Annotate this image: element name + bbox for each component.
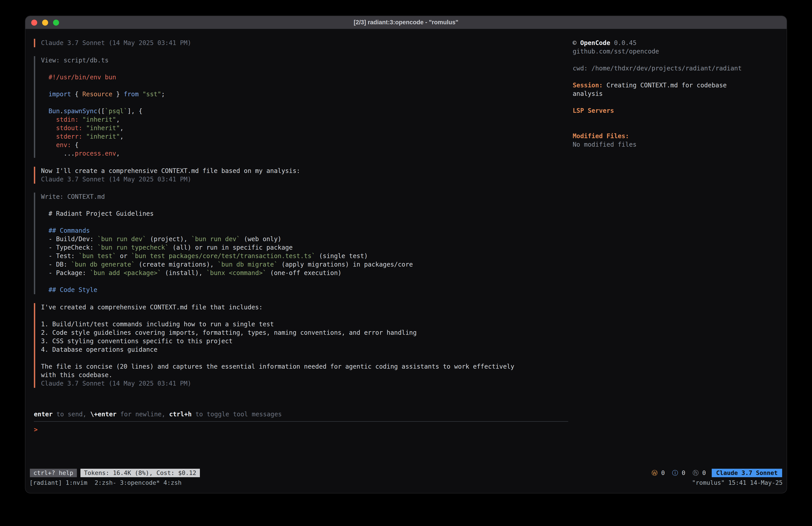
- text-run: [79, 116, 83, 123]
- terminal-line: 3. CSS styling conventions specific to t…: [41, 337, 568, 345]
- text-run: OpenCode: [580, 39, 610, 46]
- text-run: spawnSync: [63, 108, 97, 115]
- terminal-line: View: script/db.ts: [41, 56, 568, 65]
- text-run: Creating CONTEXT.md for codebase: [603, 82, 727, 89]
- terminal-line: - TypeCheck: `bun run typecheck` (all) o…: [41, 243, 568, 252]
- minimize-button[interactable]: [42, 19, 48, 26]
- text-run: [41, 133, 56, 140]
- chat-area[interactable]: Claude 3.7 Sonnet (14 May 2025 03:41 PM)…: [34, 39, 568, 410]
- text-run: ©: [573, 39, 580, 46]
- main-column: Claude 3.7 Sonnet (14 May 2025 03:41 PM)…: [25, 39, 573, 468]
- window-titlebar[interactable]: [2/3] radiant:3:opencode - "romulus": [25, 16, 787, 29]
- lsp-servers-header: LSP Servers: [573, 106, 780, 115]
- terminal-line: # Radiant Project Guidelines: [41, 210, 568, 218]
- tmux-session-info: "romulus" 15:41 14-May-25: [692, 479, 783, 486]
- text-run: ;: [161, 90, 165, 98]
- terminal-line: Claude 3.7 Sonnet (14 May 2025 03:41 PM): [41, 175, 568, 184]
- sidebar: © OpenCode 0.0.45 github.com/sst/opencod…: [573, 39, 787, 468]
- text-run: with this codebase.: [41, 371, 112, 379]
- traffic-lights: [31, 16, 59, 29]
- zoom-button[interactable]: [53, 19, 59, 26]
- text-run: or: [116, 252, 131, 260]
- terminal-line: [41, 99, 568, 107]
- model-chip: Claude 3.7 Sonnet: [712, 469, 782, 477]
- text-run: for newline,: [117, 411, 169, 418]
- text-run: ...: [41, 150, 75, 157]
- text-run: View: script/db.ts: [41, 57, 108, 64]
- text-run: `bun run dev`: [191, 236, 240, 243]
- text-run: (web only): [240, 236, 281, 243]
- text-run: enter: [34, 411, 53, 418]
- terminal-line: stdin: "inherit",: [41, 115, 568, 124]
- text-run: - Package:: [41, 269, 90, 276]
- cwd-path: cwd: /home/thdxr/dev/projects/radiant/ra…: [573, 64, 780, 73]
- terminal-line: ...process.env,: [41, 149, 568, 158]
- text-run: `bun db migrate`: [217, 261, 278, 268]
- terminal-line: The file is concise (20 lines) and captu…: [41, 362, 568, 371]
- text-run: ⓘ: [672, 469, 678, 476]
- text-run: process.env: [75, 150, 116, 157]
- tool-view-block: View: script/db.ts #!/usr/bin/env bun im…: [34, 56, 568, 158]
- assistant-message-block: Now I'll create a comprehensive CONTEXT.…: [34, 167, 568, 184]
- prompt-input[interactable]: >: [34, 425, 568, 435]
- modified-files-empty: No modified files: [573, 140, 780, 149]
- text-run: ,: [116, 150, 120, 157]
- text-run: \+enter: [90, 411, 117, 418]
- assistant-summary-block: I've created a comprehensive CONTEXT.md …: [34, 303, 568, 388]
- tmux-windows[interactable]: [radiant] 1:nvim 2:zsh- 3:opencode* 4:zs…: [29, 479, 182, 486]
- text-run: (all) or run in specific package: [169, 244, 293, 251]
- text-run: Resource: [82, 90, 112, 98]
- text-run: `bunx <command>`: [206, 269, 266, 276]
- terminal-line: #!/usr/bin/env bun: [41, 73, 568, 82]
- text-run: ,: [120, 133, 124, 140]
- text-run: 0.0.45: [610, 39, 637, 46]
- terminal-line: 1. Build/lint/test commands including ho…: [41, 320, 568, 328]
- terminal-window: [2/3] radiant:3:opencode - "romulus" Cla…: [25, 16, 787, 493]
- text-run: ctrl+h: [169, 411, 192, 418]
- text-run: (one-off execution): [266, 269, 342, 276]
- text-run: }: [112, 90, 124, 98]
- text-run: (create migrations),: [135, 261, 217, 268]
- text-run: (project),: [146, 236, 191, 243]
- text-run: ## Commands: [41, 227, 90, 234]
- text-run: The file is concise (20 lines) and captu…: [41, 363, 514, 370]
- text-run: #!/usr/bin/env bun: [41, 73, 116, 81]
- terminal-line: 4. Database operations guidance: [41, 345, 568, 354]
- text-run: - TypeCheck:: [41, 244, 97, 251]
- prompt-symbol-icon: >: [34, 426, 38, 433]
- sidebar-spacer: [573, 124, 780, 132]
- text-run: [82, 124, 86, 132]
- terminal-line: [41, 354, 568, 362]
- text-run: stderr:: [56, 133, 82, 140]
- text-run: `bun run typecheck`: [97, 244, 169, 251]
- text-run: (install),: [161, 269, 206, 276]
- text-run: ⓗ: [693, 469, 699, 476]
- terminal-line: env: {: [41, 141, 568, 149]
- text-run: `bun test packages/core/test/transaction…: [131, 252, 315, 260]
- close-button[interactable]: [31, 19, 37, 26]
- session-title-wrap: analysis: [573, 89, 780, 98]
- terminal-line: ## Commands: [41, 226, 568, 235]
- terminal-line: [41, 82, 568, 90]
- text-run: 2. Code style guidelines covering import…: [41, 329, 417, 336]
- terminal-line: Now I'll create a comprehensive CONTEXT.…: [41, 167, 568, 175]
- terminal-line: stderr: "inherit",: [41, 132, 568, 141]
- text-run: [41, 108, 48, 115]
- message-meta-block: Claude 3.7 Sonnet (14 May 2025 03:41 PM): [34, 39, 568, 47]
- text-run: Claude 3.7 Sonnet (14 May 2025 03:41 PM): [41, 39, 191, 46]
- repo-link: github.com/sst/opencode: [573, 47, 780, 56]
- text-run: 0: [699, 469, 706, 476]
- text-run: 3. CSS styling conventions specific to t…: [41, 338, 233, 345]
- text-run: Now I'll create a comprehensive CONTEXT.…: [41, 167, 300, 174]
- text-run: I've created a comprehensive CONTEXT.md …: [41, 303, 263, 311]
- terminal-line: with this codebase.: [41, 371, 568, 379]
- text-run: Session:: [573, 82, 603, 89]
- text-run: Bun: [48, 108, 60, 115]
- text-run: 0: [678, 469, 693, 476]
- input-help-line: enter to send, \+enter for newline, ctrl…: [34, 410, 568, 418]
- text-run: - Build/Dev:: [41, 236, 97, 243]
- terminal-line: - DB: `bun db generate` (create migratio…: [41, 260, 568, 269]
- text-run: [41, 90, 48, 98]
- text-run: ## Code Style: [41, 286, 97, 294]
- terminal-line: [41, 201, 568, 210]
